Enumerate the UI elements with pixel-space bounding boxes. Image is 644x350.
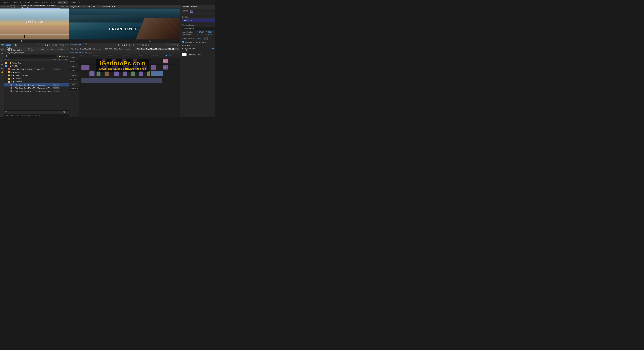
project-search-input[interactable]	[9, 55, 58, 58]
clip-broll-3[interactable]	[112, 65, 118, 70]
clip-broll-1[interactable]	[82, 65, 90, 70]
program-fit[interactable]: Full	[84, 44, 88, 46]
new-bin-icon[interactable]: 📁	[58, 55, 61, 58]
clip-bcam-5[interactable]	[123, 72, 127, 76]
prog-play-btn[interactable]: ▶	[124, 44, 126, 46]
v1-eye-icon[interactable]: 👁	[70, 83, 72, 85]
timeline-timecode[interactable]: 00:01:32:20	[70, 52, 81, 54]
markers-tab[interactable]: Markers	[56, 48, 64, 51]
expand-arrow-graphics[interactable]: ▼	[10, 81, 12, 82]
source-scrubber[interactable]	[0, 40, 69, 42]
search-project-btn[interactable]: 🔍	[63, 111, 66, 113]
clip-bcam-7[interactable]	[139, 72, 143, 76]
source-step-fwd[interactable]: ⏭	[52, 44, 55, 46]
project-panel-more[interactable]: >>	[66, 48, 68, 50]
nav-learning[interactable]: Learning	[2, 1, 12, 4]
col-header-fps[interactable]: Frame Rate	[52, 59, 64, 60]
track-v1-interview[interactable]	[80, 77, 180, 83]
hand-tool-btn[interactable]: ✋	[0, 70, 4, 74]
clip-title-3[interactable]	[122, 59, 126, 64]
prog-overwrite[interactable]: ⊞	[142, 44, 144, 46]
prog-prev-frame[interactable]: ◀	[121, 44, 123, 46]
source-more-btn[interactable]: >>	[66, 6, 68, 8]
tree-row-seam2[interactable]: ≡ The Seam Btwn TRAILER w/ Graphics CHAN…	[4, 86, 69, 90]
clip-bcam-4[interactable]	[114, 72, 119, 76]
edge-wipe-color-swatch[interactable]	[182, 53, 187, 56]
prog-mark-in[interactable]: ⊢	[105, 44, 108, 46]
eg-falloff-value[interactable]: 600	[212, 48, 215, 49]
tl-tool-3[interactable]: ⊟	[86, 52, 88, 54]
source-insert-btn[interactable]: ⊡	[65, 44, 66, 46]
clip-broll-7[interactable]	[151, 65, 156, 70]
timeline-tab-3[interactable]: The Seam Btwn TRAILER w/ Graphics WEDS B…	[136, 48, 176, 50]
icon-view-btn[interactable]: ⊟	[10, 111, 12, 113]
program-add-btn[interactable]: ⊕	[177, 44, 179, 46]
source-fit-selector[interactable]: Fit	[14, 44, 18, 46]
media-browser-tab[interactable]: Media Browser	[27, 47, 38, 52]
timeline-tab-1[interactable]: The Seam Btwn TRAILER w/ Graphics	[70, 48, 102, 50]
track-v4-titles[interactable]: 01_Title...	[80, 58, 180, 64]
track-v2-bcamer[interactable]: A001_C004_0213NL... TSB_Credits Start: 0…	[80, 71, 180, 77]
tl-tool-2[interactable]: ⊞	[84, 52, 86, 54]
tree-row-master[interactable]: ≡ aaa_The Seam Btwn TRAILER MASTER 23.97…	[4, 68, 69, 71]
prog-step-back[interactable]: ⏮	[114, 44, 116, 46]
program-timecode[interactable]: 00:01:32:20	[70, 44, 83, 46]
tree-row-adobe-stock[interactable]: ▶ 📁 Adobe Stock	[4, 61, 69, 64]
grid-view-btn[interactable]: ⊞	[8, 111, 10, 113]
clip-interview-main[interactable]	[82, 78, 162, 83]
tl-tool-4[interactable]: ◫	[88, 52, 90, 54]
slip-tool-btn[interactable]: ⇌	[0, 63, 4, 66]
expand-arrow-formix[interactable]: ▶	[10, 78, 12, 80]
list-view-btn[interactable]: ☰	[5, 111, 7, 113]
v2-eye-icon[interactable]: 👁	[70, 74, 72, 76]
source-tab-reference[interactable]: Reference: The Seam Btwn TRAILER w/ Grap…	[22, 5, 60, 8]
edge-falloff-slider[interactable]	[182, 50, 215, 50]
v3-lock-icon[interactable]: 🔒	[72, 66, 74, 67]
prog-next-edit[interactable]: ▶▶	[129, 44, 132, 46]
eg-firstname-field[interactable]	[182, 26, 215, 30]
source-mark-in[interactable]: ⬚	[38, 44, 40, 46]
clip-title-2[interactable]	[112, 59, 116, 64]
expand-arrow-seqs[interactable]: ▼	[8, 65, 9, 67]
prog-export[interactable]: ⊡	[145, 44, 147, 46]
eg-browse-tab[interactable]: Browse	[182, 10, 188, 12]
nav-assembly[interactable]: Assembly	[12, 1, 23, 4]
clip-bcam-2[interactable]	[96, 72, 100, 76]
program-scrubber[interactable]	[69, 40, 180, 42]
selection-tool-btn[interactable]: ↖	[0, 48, 4, 51]
eg-pos-x-value[interactable]: 1432.0	[199, 31, 205, 33]
eg-edit-tab[interactable]: Edit	[190, 10, 194, 12]
tl-tool-1[interactable]: ⇤	[82, 52, 84, 54]
source-overlay-btn[interactable]: ⊞	[67, 44, 68, 46]
tree-row-audio[interactable]: ▶ 📁 Audio	[4, 71, 69, 74]
razor-tool-btn[interactable]: ✂	[0, 59, 4, 62]
source-tab-lumetri[interactable]: Lumetri Scopes	[10, 5, 20, 8]
clip-bcam-6[interactable]	[131, 72, 135, 76]
nav-effects[interactable]: Effects	[40, 1, 48, 4]
eg-pos-y-value[interactable]: 818.0	[208, 31, 214, 33]
clip-bcam-8[interactable]	[147, 72, 150, 76]
clip-title-5[interactable]: 01_Title...	[163, 59, 168, 63]
nav-graphics[interactable]: Graphics	[58, 1, 68, 4]
clip-broll-2[interactable]	[102, 65, 108, 70]
expand-arrow-cc[interactable]: ▶	[10, 75, 12, 76]
edge-wipe-rotation-knob[interactable]	[204, 37, 208, 40]
v4-lock-icon[interactable]: 🔒	[72, 57, 74, 58]
nav-libraries[interactable]: Libraries	[68, 1, 78, 4]
zoom-slider[interactable]	[13, 112, 62, 112]
prog-next-frame[interactable]: ▶	[126, 44, 128, 46]
eg-edge-wipe-rot-value[interactable]: 232.8°	[197, 38, 203, 40]
new-item-btn[interactable]: ⊕	[66, 111, 68, 113]
source-timecode[interactable]: 00:00:35:00	[1, 44, 13, 46]
wipe-falloff-checkbox[interactable]: ✓	[182, 41, 184, 43]
text-tool-btn[interactable]: T	[0, 74, 4, 78]
prog-compare[interactable]: ⊟	[148, 44, 150, 46]
track-select-tool-btn[interactable]: ⇥	[0, 52, 4, 55]
prog-mark-out[interactable]: ⊣	[108, 44, 110, 46]
clip-bcam-9[interactable]: A001_C004_0213NL...	[151, 72, 163, 76]
prog-step-fwd[interactable]: ⏭	[133, 44, 136, 46]
source-prev-frame[interactable]: ◀	[44, 44, 46, 46]
eg-job-title-field[interactable]	[182, 18, 215, 22]
clip-broll-4[interactable]	[123, 65, 128, 70]
tree-row-seam1[interactable]: ≡ The Seam Btwn TRAILER w/ Graphics 23.9…	[4, 83, 69, 86]
